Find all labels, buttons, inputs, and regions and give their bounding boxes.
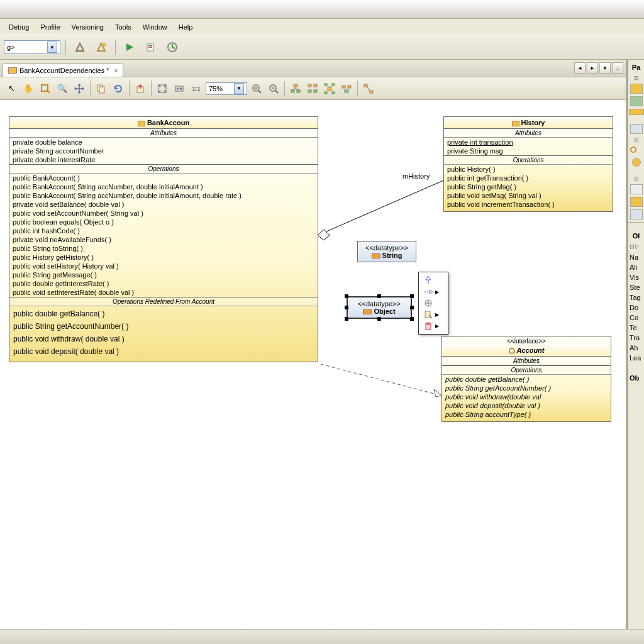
chevron-down-icon[interactable]: ▼ xyxy=(47,42,57,53)
property-row[interactable]: Ste xyxy=(628,282,644,292)
palette-interface-icon[interactable] xyxy=(630,145,643,155)
uml-member[interactable]: public double getInterestRate( ) xyxy=(9,279,318,288)
uml-member[interactable]: private String msg xyxy=(444,147,613,155)
diagram-canvas[interactable]: mHistory BankAccoun Attributes private d… xyxy=(0,100,626,629)
palette-nesting[interactable] xyxy=(421,297,445,309)
marquee-zoom-tool[interactable] xyxy=(38,81,53,96)
menu-debug[interactable]: Debug xyxy=(4,21,34,33)
uml-member[interactable]: public BankAccount( String accNumber, do… xyxy=(9,191,318,200)
tab-dropdown-button[interactable]: ▼ xyxy=(599,62,611,74)
copy-button[interactable] xyxy=(94,81,109,96)
layout-hierarchical-button[interactable] xyxy=(288,81,303,96)
property-row[interactable]: Lea xyxy=(628,353,644,363)
property-row[interactable]: Ali xyxy=(628,262,644,272)
uml-member[interactable]: public String getMessage( ) xyxy=(9,270,318,279)
uml-member[interactable]: private String accountNumber xyxy=(9,147,318,155)
uml-member[interactable]: public String getAccountNumber( ) xyxy=(9,320,318,333)
context-palette[interactable]: ▶ ▶ ▶ xyxy=(418,272,448,335)
uml-member[interactable]: public void setInterestRate( double val … xyxy=(9,288,318,297)
uml-datatype-object[interactable]: <<datatype>> Object xyxy=(347,296,412,319)
uml-member[interactable]: public BankAccount( String accNumber, do… xyxy=(9,182,318,191)
zoom-in-button[interactable] xyxy=(249,81,264,96)
uml-member[interactable]: public void setMsg( String val ) xyxy=(444,191,613,200)
property-row[interactable]: Ab xyxy=(628,343,644,353)
property-row[interactable]: Do xyxy=(628,303,644,313)
menu-window[interactable]: Window xyxy=(138,21,172,33)
export-button[interactable] xyxy=(133,81,148,96)
property-row[interactable]: Co xyxy=(628,313,644,323)
resize-handle[interactable] xyxy=(345,306,348,309)
uml-member[interactable]: public void withdraw( double val ) xyxy=(9,333,318,345)
uml-member[interactable]: private void noAvailableFunds( ) xyxy=(9,235,318,244)
zoom-interactive-tool[interactable]: 🔍 xyxy=(55,81,70,96)
uml-member[interactable]: public History getHistory( ) xyxy=(9,253,318,262)
uml-member[interactable]: private double interestRate xyxy=(9,155,318,164)
palette-item[interactable] xyxy=(630,124,643,134)
build-button[interactable] xyxy=(71,38,89,56)
uml-member[interactable]: public String getAccountNumber( ) xyxy=(442,384,611,392)
chevron-down-icon[interactable]: ▼ xyxy=(234,83,244,94)
palette-navigate[interactable]: ▶ xyxy=(421,309,445,320)
uml-member[interactable]: private int transaction xyxy=(444,138,613,147)
uml-member[interactable]: public void incrementTransaction( ) xyxy=(444,200,613,209)
resize-handle[interactable] xyxy=(377,317,381,321)
uml-member[interactable]: public String toString( ) xyxy=(9,244,318,253)
resize-handle[interactable] xyxy=(410,294,414,298)
layout-incremental-button[interactable] xyxy=(339,81,354,96)
palette-generalization[interactable] xyxy=(421,275,445,286)
tab-bank-account-dependencies[interactable]: BankAccountDependencies * × xyxy=(3,64,123,77)
palette-package-icon[interactable] xyxy=(630,96,643,106)
debug-button[interactable] xyxy=(142,38,160,56)
uml-class-bank-account[interactable]: BankAccoun Attributes private double bal… xyxy=(9,116,318,362)
palette-delete[interactable]: ▶ xyxy=(421,320,445,331)
relationship-tool[interactable] xyxy=(361,81,376,96)
zoom-combo[interactable]: 75% ▼ xyxy=(206,82,247,95)
menu-tools[interactable]: Tools xyxy=(110,21,136,33)
zoom-out-button[interactable] xyxy=(266,81,281,96)
uml-member[interactable]: public double getBalance( ) xyxy=(442,375,611,384)
uml-member[interactable]: public boolean equals( Object o ) xyxy=(9,218,318,226)
resize-handle[interactable] xyxy=(377,294,381,298)
close-icon[interactable]: × xyxy=(114,67,118,74)
uml-member[interactable]: public double getBalance( ) xyxy=(9,308,318,320)
palette-item[interactable] xyxy=(630,197,643,207)
menu-profile[interactable]: Profile xyxy=(35,21,65,33)
property-row[interactable]: Tag xyxy=(628,292,644,303)
uml-member[interactable]: public void deposit(double val ) xyxy=(442,401,611,410)
fit-window-button[interactable] xyxy=(155,81,170,96)
uml-member[interactable]: public void deposit( double val ) xyxy=(9,345,318,358)
property-row[interactable]: Te xyxy=(628,323,644,333)
uml-class-history[interactable]: History Attributes private int transacti… xyxy=(443,116,613,212)
resize-handle[interactable] xyxy=(410,317,414,321)
uml-member[interactable]: public History( ) xyxy=(444,165,613,174)
uml-member[interactable]: public void setHistory( History val ) xyxy=(9,262,318,270)
uml-member[interactable]: public String getMsg( ) xyxy=(444,182,613,191)
run-button[interactable] xyxy=(121,38,138,56)
pointer-tool[interactable]: ↖ xyxy=(4,81,19,96)
profile-button[interactable] xyxy=(164,38,181,56)
tab-maximize-button[interactable]: □ xyxy=(612,62,623,74)
refresh-button[interactable] xyxy=(111,81,126,96)
uml-member[interactable]: public void withdraw(double val xyxy=(442,392,611,401)
resize-handle[interactable] xyxy=(345,317,348,321)
menu-versioning[interactable]: Versioning xyxy=(67,21,109,33)
palette-enum-icon[interactable] xyxy=(629,109,644,115)
palette-ball-icon[interactable] xyxy=(632,158,641,167)
palette-dependency[interactable]: ▶ xyxy=(421,286,445,297)
association-label-mhistory[interactable]: mHistory xyxy=(402,172,430,180)
clean-build-button[interactable] xyxy=(92,38,110,56)
fit-width-button[interactable] xyxy=(172,81,187,96)
palette-item[interactable] xyxy=(630,184,643,194)
uml-interface-account[interactable]: <<interface>> Account Attributes Operati… xyxy=(441,336,611,422)
menu-help[interactable]: Help xyxy=(174,21,198,33)
property-row[interactable]: Vis xyxy=(628,272,644,282)
actual-size-button[interactable]: 1:1 xyxy=(189,81,204,96)
uml-member[interactable]: public int getTransaction( ) xyxy=(444,174,613,182)
config-combo[interactable]: g> ▼ xyxy=(4,40,60,54)
uml-member[interactable]: public BankAccount( ) xyxy=(9,174,318,182)
property-row[interactable]: Na xyxy=(628,252,644,262)
layout-orthogonal-button[interactable] xyxy=(305,81,320,96)
move-tool[interactable] xyxy=(72,81,87,96)
palette-class-icon[interactable] xyxy=(630,84,643,94)
uml-member[interactable]: public int hashCode( ) xyxy=(9,226,318,235)
